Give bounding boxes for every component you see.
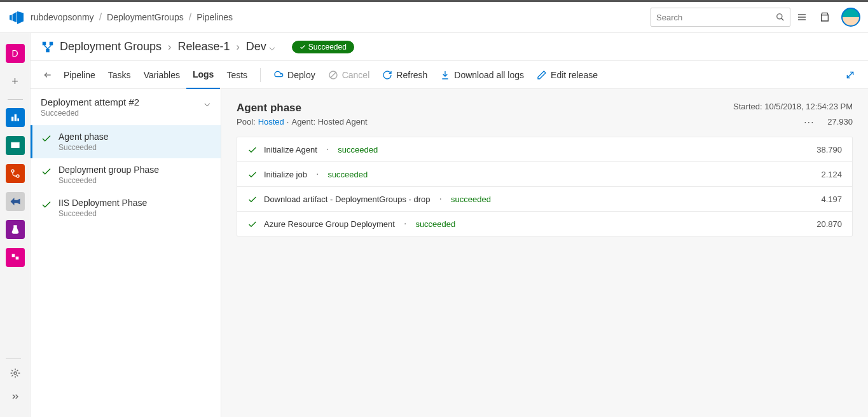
step-status: succeeded [327,170,368,179]
tab-logs[interactable]: Logs [186,61,220,89]
nav-settings-icon[interactable] [6,364,25,383]
svg-rect-13 [15,257,18,260]
edit-release-button[interactable]: Edit release [530,70,604,80]
check-icon [247,219,258,229]
step-status: succeeded [451,195,491,204]
svg-line-1 [782,18,784,21]
nav-repos-icon[interactable] [6,164,25,183]
chevron-right-icon: › [236,41,239,53]
deployment-group-icon [41,40,55,54]
phase-item-iis[interactable]: IIS Deployment Phase Succeeded [31,191,221,224]
total-duration: 27.930 [827,117,853,126]
crumb-stage[interactable]: Dev [246,40,266,53]
search-box[interactable] [651,8,790,27]
chevron-down-icon[interactable]: ⌵ [204,97,210,109]
step-duration: 4.197 [821,195,842,204]
svg-point-11 [17,175,19,177]
step-duration: 38.790 [816,145,842,154]
chevron-down-icon[interactable]: ⌵ [269,41,275,53]
svg-rect-16 [50,41,53,45]
cancel-icon [328,70,338,80]
phase-item-agent[interactable]: Agent phase Succeeded [31,125,221,158]
phase-status: Succeeded [59,176,159,185]
svg-point-14 [14,372,17,374]
expand-icon[interactable] [845,70,855,80]
user-avatar[interactable] [841,8,860,27]
svg-rect-17 [46,48,50,52]
attempt-title: Deployment attempt #2 [41,97,139,107]
step-row[interactable]: Azure Resource Group Deployment · succee… [237,212,852,236]
step-row[interactable]: Initialize Agent · succeeded 38.790 [237,137,852,162]
step-duration: 2.124 [821,170,842,179]
pool-link[interactable]: Hosted [258,117,284,126]
refresh-button[interactable]: Refresh [376,70,434,80]
tab-variables[interactable]: Variables [137,61,186,89]
nav-project-icon[interactable]: D [6,44,25,63]
cloud-icon [273,70,284,80]
check-icon [41,199,52,210]
step-status: succeeded [338,145,378,154]
step-duration: 20.870 [816,219,842,229]
phase-status: Succeeded [59,143,109,152]
nav-boards-icon[interactable] [6,136,25,155]
download-logs-button[interactable]: Download all logs [434,70,530,80]
azure-devops-logo[interactable] [8,8,25,26]
step-name: Azure Resource Group Deployment [264,219,395,229]
list-icon[interactable] [790,12,813,22]
phase-name: IIS Deployment Phase [59,198,147,208]
nav-dashboards-icon[interactable] [6,108,25,127]
detail-started-time: Started: 10/5/2018, 12:54:23 PM [733,102,853,111]
shopping-bag-icon[interactable] [813,12,836,22]
check-icon [247,170,258,180]
svg-rect-7 [14,114,16,121]
step-list: Initialize Agent · succeeded 38.790 Init… [237,137,853,236]
chevron-right-icon: › [168,41,171,53]
tab-tests[interactable]: Tests [220,61,254,89]
svg-rect-6 [11,117,13,121]
search-input[interactable] [656,13,776,22]
step-row[interactable]: Initialize job · succeeded 2.124 [237,162,852,187]
download-icon [440,70,450,80]
nav-collapse-icon[interactable] [6,387,25,406]
deployment-attempt-dropdown[interactable]: Deployment attempt #2 Succeeded ⌵ [31,89,221,125]
breadcrumb-project[interactable]: DeploymentGroups [102,12,189,22]
edit-icon [537,70,547,80]
tab-pipeline[interactable]: Pipeline [57,61,102,89]
svg-rect-12 [11,254,15,257]
check-icon [247,195,258,205]
agent-label: Agent: Hosted Agent [291,117,367,126]
phase-name: Agent phase [59,132,109,142]
nav-pipelines-icon[interactable] [6,192,25,211]
detail-title: Agent phase [237,102,301,114]
tab-tasks[interactable]: Tasks [102,61,137,89]
crumb-deployment-groups[interactable]: Deployment Groups [60,40,162,53]
search-icon[interactable] [776,13,785,22]
breadcrumb-org[interactable]: rubdevopsonmy [25,12,99,22]
deploy-button[interactable]: Deploy [267,70,322,80]
step-name: Download artifact - DeploymentGroups - d… [264,195,431,204]
svg-line-18 [45,45,48,49]
svg-line-19 [48,45,52,49]
svg-line-22 [331,72,336,78]
nav-add-icon[interactable]: + [6,72,25,91]
nav-artifacts-icon[interactable] [6,248,25,267]
phase-name: Deployment group Phase [59,165,159,175]
svg-rect-8 [17,118,19,121]
check-icon [247,145,258,155]
pool-label: Pool: [237,117,256,126]
breadcrumb-section[interactable]: Pipelines [191,12,238,22]
nav-testplans-icon[interactable] [6,220,25,239]
check-icon [41,133,52,144]
phase-list-panel: Deployment attempt #2 Succeeded ⌵ Agent … [31,89,221,417]
svg-rect-15 [43,41,46,45]
step-status: succeeded [415,219,455,229]
back-arrow-icon[interactable] [38,71,57,79]
crumb-release[interactable]: Release-1 [177,40,230,53]
phase-item-deployment-group[interactable]: Deployment group Phase Succeeded [31,158,221,191]
check-icon [41,166,52,177]
more-menu-icon[interactable]: ··· [804,117,815,126]
phase-status: Succeeded [59,209,147,218]
svg-line-23 [847,72,853,78]
refresh-icon [382,70,392,80]
step-row[interactable]: Download artifact - DeploymentGroups - d… [237,187,852,212]
